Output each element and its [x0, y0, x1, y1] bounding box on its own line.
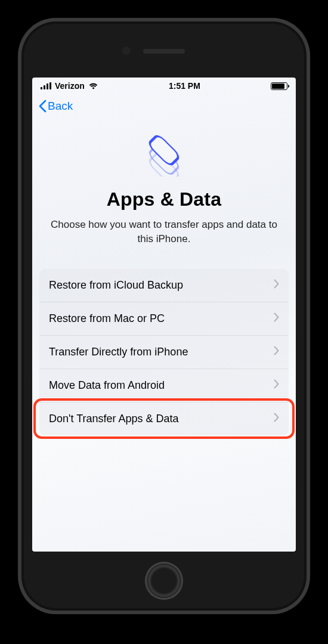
wifi-icon — [88, 82, 98, 89]
options-list: Restore from iCloud BackupRestore from M… — [39, 269, 289, 435]
hero: Apps & Data Choose how you want to trans… — [32, 118, 296, 258]
option-row-0[interactable]: Restore from iCloud Backup — [39, 269, 289, 302]
option-label: Restore from iCloud Backup — [49, 279, 183, 292]
page-title: Apps & Data — [47, 188, 281, 210]
phone-camera — [122, 47, 131, 55]
chevron-right-icon — [274, 312, 279, 325]
clock-label: 1:51 PM — [169, 81, 200, 91]
chevron-left-icon — [38, 100, 47, 113]
nav-bar: Back — [32, 94, 296, 118]
option-label: Don't Transfer Apps & Data — [49, 413, 179, 425]
phone-frame: Verizon 1:51 PM Back — [18, 18, 310, 614]
option-row-4[interactable]: Don't Transfer Apps & Data — [39, 402, 289, 435]
option-label: Restore from Mac or PC — [49, 312, 165, 325]
page-subtitle: Choose how you want to transfer apps and… — [47, 218, 281, 246]
apps-data-icon — [139, 129, 189, 173]
chevron-right-icon — [274, 379, 279, 392]
cell-signal-icon — [41, 82, 51, 89]
back-label: Back — [48, 100, 73, 113]
option-row-1[interactable]: Restore from Mac or PC — [39, 302, 289, 335]
carrier-label: Verizon — [55, 81, 85, 91]
svg-rect-2 — [148, 134, 180, 166]
back-button[interactable]: Back — [38, 100, 73, 113]
option-row-2[interactable]: Transfer Directly from iPhone — [39, 335, 289, 369]
phone-speaker — [143, 49, 185, 54]
screen: Verizon 1:51 PM Back — [32, 78, 296, 552]
chevron-right-icon — [274, 279, 279, 292]
option-label: Transfer Directly from iPhone — [49, 346, 188, 358]
home-button[interactable] — [145, 562, 183, 600]
option-row-3[interactable]: Move Data from Android — [39, 369, 289, 402]
option-label: Move Data from Android — [49, 379, 165, 392]
chevron-right-icon — [274, 346, 279, 358]
battery-icon — [271, 82, 287, 90]
status-bar: Verizon 1:51 PM — [32, 78, 296, 94]
chevron-right-icon — [274, 413, 279, 425]
